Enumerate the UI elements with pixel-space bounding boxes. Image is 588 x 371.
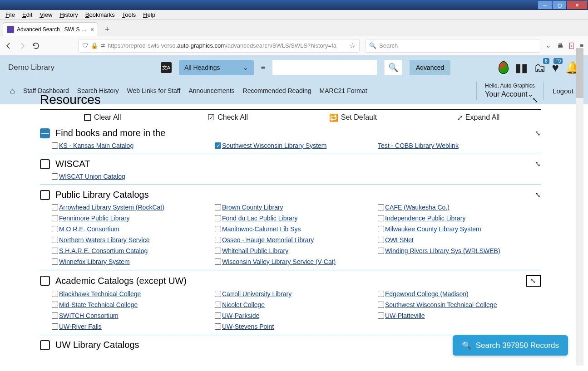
- tab-strip: Advanced Search | SWLS | SWLS × +: [0, 20, 588, 36]
- forward-button[interactable]: [18, 42, 26, 50]
- favorites-badge: F9: [553, 58, 563, 64]
- resources-heading: Resources: [40, 91, 532, 104]
- print-icon[interactable]: 🖶: [557, 42, 563, 49]
- close-button[interactable]: ✕: [567, 1, 587, 9]
- favicon: [7, 26, 14, 33]
- database-icon[interactable]: ≡: [261, 63, 265, 72]
- permissions-icon[interactable]: ⇄: [101, 43, 105, 49]
- tab-title: Advanced Search | SWLS | SWLS: [17, 26, 88, 33]
- cart-badge: 6: [543, 58, 549, 64]
- lock-icon[interactable]: 🔒: [91, 42, 98, 49]
- page-content: Resources ⤡ Clear All ☑Check All 🔁Set De…: [5, 91, 576, 104]
- tab-close-icon[interactable]: ×: [90, 26, 94, 33]
- extension-icon[interactable]: ▫: [569, 43, 574, 49]
- browser-tab[interactable]: Advanced Search | SWLS | SWLS ×: [3, 22, 98, 36]
- heading-selector[interactable]: All Headings ⌄: [179, 60, 254, 75]
- browser-search-box[interactable]: 🔍 Search: [365, 39, 540, 53]
- menu-help[interactable]: Help: [139, 10, 159, 19]
- balloon-icon[interactable]: [499, 61, 509, 74]
- url-text: https://preprod-swls-verso.auto-graphics…: [108, 42, 346, 49]
- reload-button[interactable]: [32, 42, 40, 50]
- bookmark-star-icon[interactable]: ☆: [349, 41, 356, 50]
- minimize-button[interactable]: —: [538, 1, 552, 9]
- language-icon[interactable]: 文A: [161, 62, 172, 73]
- scan-icon[interactable]: ▮▮: [515, 61, 528, 75]
- collapse-resources-icon[interactable]: ⤡: [532, 96, 541, 104]
- menu-tools[interactable]: Tools: [119, 10, 139, 19]
- advanced-search-button[interactable]: Advanced: [410, 60, 450, 75]
- search-icon: 🔍: [369, 42, 376, 49]
- url-bar[interactable]: 🛡 🔒 ⇄ https://preprod-swls-verso.auto-gr…: [78, 39, 360, 53]
- greeting-text: Hello, Auto-Graphics: [485, 83, 535, 90]
- menu-bookmarks[interactable]: Bookmarks: [82, 10, 119, 19]
- window-title-bar: — ▢ ✕: [0, 0, 588, 10]
- shield-icon[interactable]: 🛡: [82, 42, 88, 49]
- maximize-button[interactable]: ▢: [553, 1, 566, 9]
- menu-view[interactable]: View: [36, 10, 56, 19]
- vertical-scrollbar[interactable]: [576, 48, 583, 104]
- search-placeholder: Search: [379, 42, 398, 49]
- catalog-search-button[interactable]: 🔍: [384, 60, 402, 75]
- heading-selector-label: All Headings: [184, 64, 220, 71]
- menu-history[interactable]: History: [56, 10, 81, 19]
- pocket-icon[interactable]: ⌄: [546, 42, 551, 49]
- chevron-down-icon: ⌄: [243, 64, 248, 71]
- menu-edit[interactable]: Edit: [19, 10, 36, 19]
- cart-icon[interactable]: 🗂6: [534, 61, 546, 75]
- catalog-search-input[interactable]: [272, 60, 377, 75]
- menu-file[interactable]: File: [2, 10, 19, 19]
- scrollbar-thumb[interactable]: [576, 48, 583, 98]
- browser-menubar: FileEditViewHistoryBookmarksToolsHelp: [0, 10, 588, 20]
- new-tab-button[interactable]: +: [101, 23, 114, 36]
- back-button[interactable]: [5, 42, 13, 50]
- favorites-icon[interactable]: ♥F9: [552, 61, 559, 75]
- toolbar: 🛡 🔒 ⇄ https://preprod-swls-verso.auto-gr…: [0, 36, 588, 55]
- library-brand: Demo Library: [8, 63, 153, 72]
